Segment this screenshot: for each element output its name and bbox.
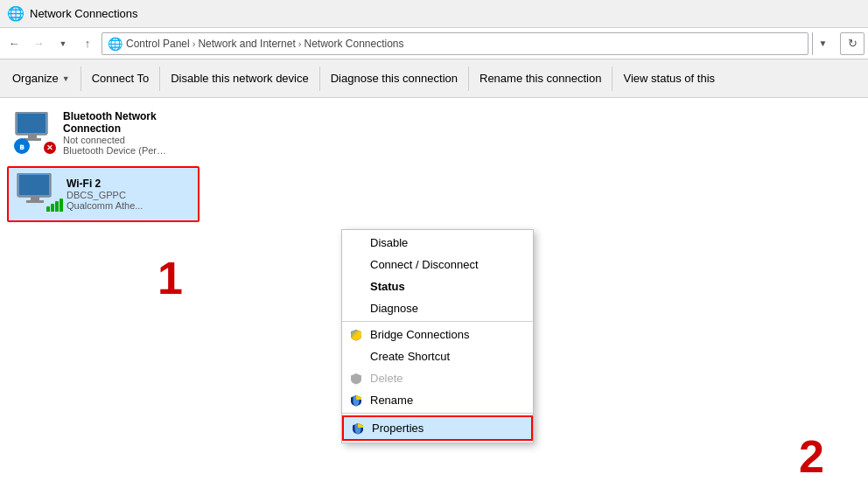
ctx-diagnose[interactable]: Diagnose [342,297,533,319]
ctx-status[interactable]: Status [342,275,533,297]
annotation-arrow-2: 2 [799,434,824,479]
organize-arrow: ▼ [62,74,70,83]
shield-icon [350,329,362,341]
connection-list: ʙ ✕ Bluetooth Network Connection Not con… [7,105,861,222]
path-dropdown-button[interactable]: ▼ [812,32,833,55]
context-menu: Disable Connect / Disconnect Status Diag… [341,229,534,443]
organize-label: Organize [12,72,59,85]
ctx-delete-label: Delete [370,372,403,385]
bluetooth-icon-wrapper: ʙ ✕ [14,112,56,154]
ctx-delete-shield [349,372,363,386]
connect-to-label: Connect To [92,72,150,85]
svg-rect-1 [18,114,46,133]
path-network-connections: Network Connections [304,38,403,50]
wifi-connection-item[interactable]: Wi-Fi 2 DBCS_GPPC Qualcomm Athe... [7,166,200,222]
wifi-bar-2 [51,204,54,212]
toolbar-sep-2 [159,66,160,91]
wifi-bar-3 [55,201,59,212]
connect-to-button[interactable]: Connect To [83,61,158,96]
wifi-conn-device: Qualcomm Athe... [66,200,143,211]
bluetooth-conn-name: Bluetooth Network Connection [63,110,201,135]
bluetooth-connection-info: Bluetooth Network Connection Not connect… [63,110,201,156]
disable-device-label: Disable this network device [171,72,309,85]
ctx-shortcut-label: Create Shortcut [370,350,450,363]
bluetooth-conn-status: Not connected [63,135,201,145]
rename-button[interactable]: Rename this connection [471,61,610,96]
view-status-button[interactable]: View status of this [614,61,724,96]
annotation-arrow-1: 1 [158,255,183,301]
toolbar-sep-1 [80,66,81,91]
ctx-rename-shield [349,394,363,408]
address-path-bar[interactable]: 🌐 Control Panel › Network and Internet ›… [102,32,808,55]
diagnose-label: Diagnose this connection [331,72,458,85]
back-button[interactable]: ← [4,33,24,54]
title-bar: 🌐 Network Connections [0,0,868,28]
error-overlay-icon: ✕ [44,142,56,154]
wifi-conn-name: Wi-Fi 2 [66,178,143,190]
ctx-bridge[interactable]: Bridge Connections [342,324,533,345]
ctx-rename[interactable]: Rename [342,389,533,411]
wifi-bars [46,199,63,212]
svg-rect-7 [26,200,44,203]
wifi-connection-info: Wi-Fi 2 DBCS_GPPC Qualcomm Athe... [66,178,143,211]
ctx-disable[interactable]: Disable [342,232,533,254]
wifi-conn-status: DBCS_GPPC [66,190,143,200]
ctx-connect-label: Connect / Disconnect [370,258,479,271]
address-bar: ← → ▼ ↑ 🌐 Control Panel › Network and In… [0,28,868,59]
toolbar: Organize ▼ Connect To Disable this netwo… [0,59,868,98]
path-sep-2: › [298,38,302,49]
main-content: ʙ ✕ Bluetooth Network Connection Not con… [0,98,868,488]
ctx-properties-label: Properties [372,422,424,435]
up-button[interactable]: ↑ [77,33,98,54]
rename-label: Rename this connection [480,72,601,85]
toolbar-sep-5 [612,66,612,91]
bluetooth-overlay-icon: ʙ [14,138,30,154]
refresh-button[interactable]: ↻ [840,32,864,55]
path-control-panel: Control Panel [126,38,190,50]
ctx-sep-2 [342,413,533,414]
ctx-bridge-label: Bridge Connections [370,328,469,341]
path-sep-1: › [192,38,196,49]
ctx-bridge-shield [349,328,363,342]
svg-rect-5 [19,175,49,195]
shield-rename-icon [350,394,362,407]
ctx-rename-label: Rename [370,394,413,407]
content-area: ʙ ✕ Bluetooth Network Connection Not con… [0,98,868,488]
toolbar-sep-3 [319,66,320,91]
ctx-create-shortcut[interactable]: Create Shortcut [342,345,533,367]
ctx-properties-shield [351,422,365,436]
title-bar-icon: 🌐 [7,5,24,22]
disable-device-button[interactable]: Disable this network device [162,61,318,96]
shield-properties-icon [352,422,364,435]
path-icon: 🌐 [108,37,122,51]
view-status-label: View status of this [623,72,715,85]
ctx-disable-label: Disable [370,236,408,249]
ctx-delete: Delete [342,367,533,389]
organize-button[interactable]: Organize ▼ [4,61,79,96]
title-bar-text: Network Connections [30,7,138,20]
ctx-sep-1 [342,321,533,322]
wifi-icon-wrapper [16,173,60,215]
bluetooth-connection-item[interactable]: ʙ ✕ Bluetooth Network Connection Not con… [7,105,208,161]
ctx-status-label: Status [370,280,405,293]
svg-rect-2 [28,135,37,138]
ctx-properties[interactable]: Properties [342,415,533,441]
forward-button[interactable]: → [28,33,49,54]
ctx-connect-disconnect[interactable]: Connect / Disconnect [342,254,533,275]
diagnose-button[interactable]: Diagnose this connection [322,61,466,96]
wifi-bar-4 [60,199,63,212]
bluetooth-conn-device: Bluetooth Device (Personal Are... [63,145,168,156]
recent-button[interactable]: ▼ [52,33,74,54]
path-network-internet: Network and Internet [198,38,295,50]
toolbar-sep-4 [468,66,469,91]
ctx-diagnose-label: Diagnose [370,302,418,315]
shield-delete-icon [350,373,362,385]
wifi-bar-1 [46,206,50,212]
svg-rect-6 [31,197,39,200]
